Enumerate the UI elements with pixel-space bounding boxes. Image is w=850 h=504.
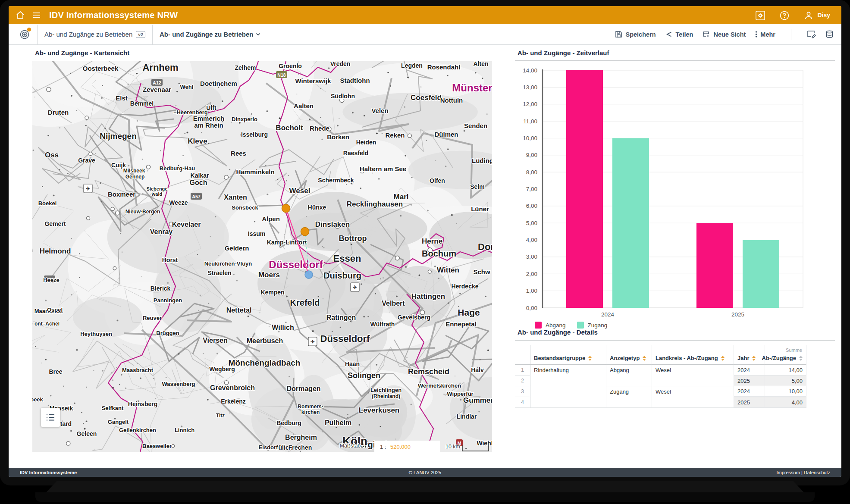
svg-text:Nettetal: Nettetal xyxy=(226,307,252,314)
cell-num: 3 xyxy=(515,386,530,397)
svg-text:Nijmegen: Nijmegen xyxy=(100,131,137,141)
new-view-button[interactable]: Neue Sicht xyxy=(703,31,746,38)
table-row[interactable]: 3ZugangWesel202410,00 xyxy=(515,386,835,397)
column-header-label: Jahr xyxy=(737,355,749,361)
svg-text:Gangelt: Gangelt xyxy=(108,419,129,425)
save-button[interactable]: Speichern xyxy=(615,31,656,38)
cell-anzeigetyp xyxy=(606,376,652,386)
svg-text:9,00: 9,00 xyxy=(526,152,537,158)
bar-chart[interactable]: 0,001,002,003,004,005,006,007,008,009,00… xyxy=(515,61,835,320)
home-icon[interactable] xyxy=(16,10,25,20)
svg-text:Reken: Reken xyxy=(385,131,405,139)
user-icon[interactable] xyxy=(803,10,813,20)
table-row[interactable]: 420254,00 xyxy=(515,397,835,408)
svg-text:Gevelsberg: Gevelsberg xyxy=(398,314,430,321)
svg-text:Druten: Druten xyxy=(48,109,69,116)
table-row[interactable]: 1RinderhaltungAbgangWesel202414,00 xyxy=(515,365,835,376)
menu-icon[interactable] xyxy=(32,10,41,20)
svg-text:Rosendahl: Rosendahl xyxy=(427,63,461,71)
cell-num: 2 xyxy=(515,376,530,386)
svg-text:Elsdorf: Elsdorf xyxy=(259,444,278,451)
more-button[interactable]: Mehr xyxy=(755,31,775,38)
save-icon xyxy=(615,31,622,38)
monitor-base xyxy=(35,492,815,502)
cell-bestandsartgruppe: Rinderhaltung xyxy=(530,365,606,376)
svg-text:Venray: Venray xyxy=(150,228,173,235)
sort-icon xyxy=(752,356,756,361)
notes-button[interactable] xyxy=(807,30,816,38)
svg-text:Gennep: Gennep xyxy=(125,174,145,180)
help-icon[interactable] xyxy=(779,10,789,20)
svg-text:Velbert: Velbert xyxy=(382,300,405,307)
user-name[interactable]: Disy xyxy=(817,12,830,19)
svg-text:Dinslaken: Dinslaken xyxy=(315,220,350,229)
svg-text:Blerick: Blerick xyxy=(151,285,171,292)
column-header-summe[interactable]: SummeAb-/Zugänge xyxy=(765,345,806,365)
svg-text:Wegberg: Wegberg xyxy=(209,366,235,373)
svg-text:Ospel: Ospel xyxy=(47,307,63,313)
column-header-landkreis[interactable]: Landkreis - Ab-/Zugang xyxy=(652,345,734,365)
svg-text:Nottuln: Nottuln xyxy=(440,97,463,104)
column-header-anzeigetyp[interactable]: Anzeigetyp xyxy=(606,345,652,365)
svg-text:Geilenkirchen: Geilenkirchen xyxy=(119,427,156,433)
svg-text:am Rhein: am Rhein xyxy=(194,122,223,129)
workbook-icon[interactable] xyxy=(19,29,30,40)
svg-text:Düsseldorf: Düsseldorf xyxy=(269,259,323,270)
svg-text:Duisburg: Duisburg xyxy=(323,271,361,280)
svg-text:Bochum: Bochum xyxy=(422,249,456,258)
svg-text:kirchen: kirchen xyxy=(301,409,320,415)
svg-text:Borken: Borken xyxy=(327,133,349,141)
cell-jahr: 2025 xyxy=(734,397,765,408)
svg-text:4,00: 4,00 xyxy=(526,237,537,243)
legend-item-abgang[interactable]: Abgang xyxy=(535,322,566,329)
svg-text:Kalkar: Kalkar xyxy=(191,172,209,179)
share-button[interactable]: Teilen xyxy=(665,31,693,38)
svg-text:Aalten: Aalten xyxy=(294,102,314,110)
settings-icon[interactable] xyxy=(755,10,765,20)
svg-text:Reuver: Reuver xyxy=(143,315,162,321)
svg-text:Goch: Goch xyxy=(190,179,207,186)
svg-text:Solingen: Solingen xyxy=(348,371,380,380)
svg-text:Straelen: Straelen xyxy=(207,269,231,276)
map-canvas[interactable]: A12N18A57E34M✈✈✈OosterbeekArnhemZelhemGr… xyxy=(32,61,492,452)
legend-item-zugang[interactable]: Zugang xyxy=(577,322,608,329)
data-repository-button[interactable] xyxy=(825,30,834,38)
svg-text:Dormagen: Dormagen xyxy=(286,385,320,392)
svg-text:Grevenbroich: Grevenbroich xyxy=(210,384,255,391)
table-header-row: BestandsartgruppeAnzeigetypLandkreis - A… xyxy=(515,345,835,365)
table-row[interactable]: 220255,00 xyxy=(515,376,835,386)
column-header-bestandsartgruppe[interactable]: Bestandsartgruppe xyxy=(530,345,606,365)
svg-text:Bottrop: Bottrop xyxy=(339,234,367,243)
details-table: BestandsartgruppeAnzeigetypLandkreis - A… xyxy=(515,345,835,408)
svg-text:Wiehl: Wiehl xyxy=(477,440,492,447)
svg-text:Recklinghausen: Recklinghausen xyxy=(347,200,403,208)
svg-text:Düsseldorf: Düsseldorf xyxy=(320,333,370,344)
svg-text:Selm: Selm xyxy=(470,183,484,190)
svg-text:Moers: Moers xyxy=(258,271,280,279)
column-header-jahr[interactable]: Jahr xyxy=(734,345,765,365)
svg-text:Gummer: Gummer xyxy=(463,396,492,404)
svg-text:Arnhem: Arnhem xyxy=(142,62,178,73)
svg-text:12,00: 12,00 xyxy=(523,101,537,107)
cell-anzeigetyp: Zugang xyxy=(606,386,652,397)
cell-anzeigetyp xyxy=(606,397,652,408)
svg-text:Dülmen: Dülmen xyxy=(434,131,458,138)
svg-text:8,00: 8,00 xyxy=(526,169,537,175)
sheet-selector[interactable]: Ab- und Zugänge zu Betrieben xyxy=(160,31,261,38)
cell-summe: 4,00 xyxy=(765,397,806,408)
workbook-name[interactable]: Ab- und Zugänge zu Betrieben xyxy=(44,31,132,38)
sort-icon xyxy=(588,356,592,361)
chart-legend: AbgangZugang xyxy=(535,322,835,329)
cell-landkreis xyxy=(652,376,734,386)
cell-bestandsartgruppe xyxy=(530,397,606,408)
svg-text:Baesweiler: Baesweiler xyxy=(142,443,172,449)
svg-text:Kempen: Kempen xyxy=(260,289,284,296)
svg-text:Emmerich: Emmerich xyxy=(193,115,225,122)
svg-text:Maasbracht: Maasbracht xyxy=(122,367,154,373)
svg-text:Ulft: Ulft xyxy=(206,104,216,111)
app-header: IDV Informationssysteme NRW Disy xyxy=(9,6,841,24)
svg-text:Boekel: Boekel xyxy=(38,200,57,207)
svg-text:Vreden: Vreden xyxy=(330,61,351,67)
svg-text:Herdecke: Herdecke xyxy=(451,283,478,290)
layers-button[interactable] xyxy=(41,408,60,427)
